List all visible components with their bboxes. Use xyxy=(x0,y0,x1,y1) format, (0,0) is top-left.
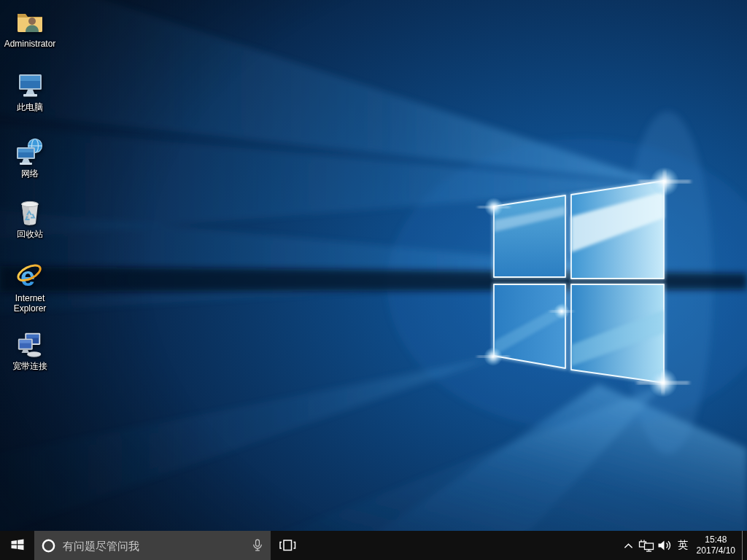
volume-button[interactable] xyxy=(656,531,674,560)
clock-time: 15:48 xyxy=(697,534,735,545)
taskbar-clock[interactable]: 15:48 2017/4/10 xyxy=(692,531,742,560)
task-view-button[interactable] xyxy=(271,531,304,560)
windows-logo-icon xyxy=(10,537,25,554)
desktop[interactable]: Administrator 此电脑 xyxy=(0,0,747,531)
taskbar-search[interactable] xyxy=(34,531,271,560)
microphone-icon[interactable] xyxy=(251,539,264,552)
clock-date: 2017/4/10 xyxy=(697,545,735,556)
system-tray: 英 15:48 2017/4/10 xyxy=(619,531,747,560)
search-input[interactable] xyxy=(63,540,244,552)
desktop-icon-network[interactable]: 网络 xyxy=(1,136,58,179)
logo-flares xyxy=(477,167,691,397)
tray-overflow-button[interactable] xyxy=(619,531,638,560)
desktop-icon-label: 宽带连接 xyxy=(12,361,47,371)
taskbar: 英 15:48 2017/4/10 xyxy=(0,531,747,560)
start-button[interactable] xyxy=(0,531,34,560)
ime-indicator[interactable]: 英 xyxy=(674,531,692,560)
desktop-icon-list: Administrator 此电脑 xyxy=(1,0,60,531)
wallpaper-image xyxy=(0,0,747,531)
task-view-icon xyxy=(278,538,297,553)
desktop-icon-label: Administrator xyxy=(4,39,56,49)
cortana-icon xyxy=(41,538,56,553)
desktop-icon-label: Internet Explorer xyxy=(2,293,58,314)
desktop-icon-label: 回收站 xyxy=(17,229,43,239)
recycle-bin-icon xyxy=(14,196,46,227)
desktop-icon-label: 此电脑 xyxy=(17,102,43,112)
user-folder-icon xyxy=(14,6,46,36)
broadband-connection-icon xyxy=(14,328,46,359)
this-pc-icon xyxy=(14,69,46,100)
desktop-icon-this-pc[interactable]: 此电脑 xyxy=(1,69,58,112)
ethernet-network-icon xyxy=(638,540,654,552)
network-status-button[interactable] xyxy=(638,531,656,560)
internet-explorer-icon: e xyxy=(14,260,46,291)
desktop-icon-internet-explorer[interactable]: e Internet Explorer xyxy=(1,260,58,314)
speaker-icon xyxy=(657,540,672,551)
desktop-icon-broadband[interactable]: 宽带连接 xyxy=(1,328,58,371)
chevron-up-icon xyxy=(624,542,633,549)
desktop-icon-administrator[interactable]: Administrator xyxy=(1,6,58,49)
network-icon xyxy=(14,136,46,166)
desktop-icon-label: 网络 xyxy=(21,168,39,179)
show-desktop-button[interactable] xyxy=(742,531,747,560)
desktop-icon-recycle-bin[interactable]: 回收站 xyxy=(1,196,58,239)
